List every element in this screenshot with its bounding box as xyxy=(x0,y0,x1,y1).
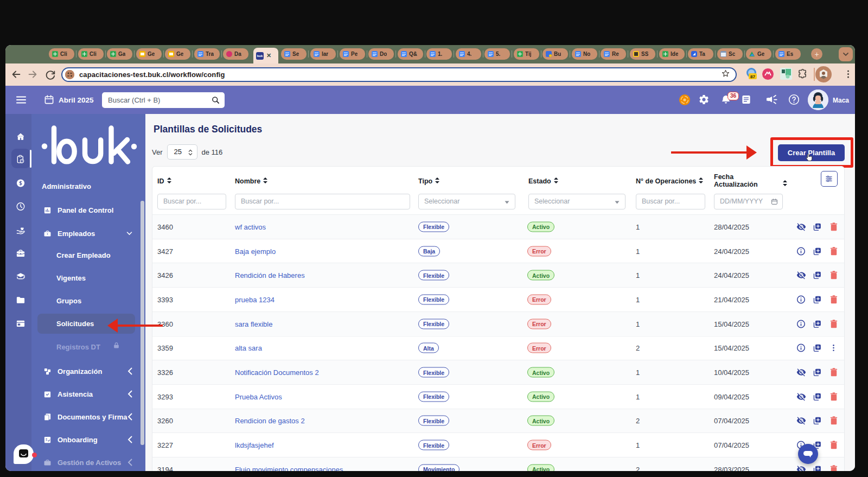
svg-text:87: 87 xyxy=(750,74,755,79)
